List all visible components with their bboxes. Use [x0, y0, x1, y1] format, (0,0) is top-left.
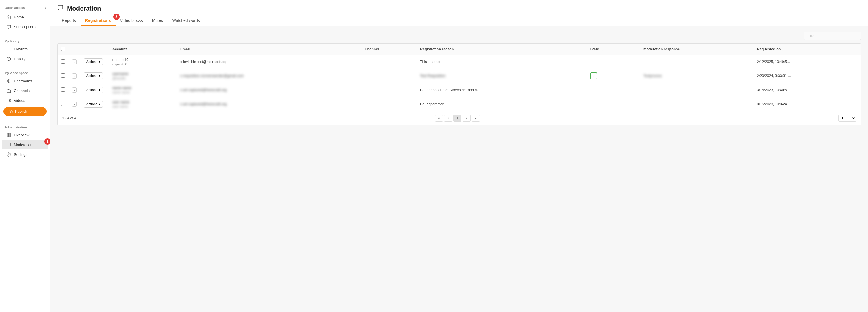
sidebar-item-moderation[interactable]: Moderation 1	[2, 140, 48, 149]
publish-button[interactable]: Publish	[3, 107, 46, 116]
row1-moderation-response	[640, 55, 753, 69]
row3-actions-cell: Actions ▾	[80, 83, 109, 97]
annotation-2: 2	[113, 13, 120, 20]
pagination-last-button[interactable]: »	[472, 115, 480, 122]
row2-account-handle: @handle	[113, 76, 174, 80]
sidebar-item-subscriptions[interactable]: Subscriptions	[2, 22, 48, 31]
tab-registrations[interactable]: Registrations 2	[81, 16, 115, 26]
row2-checkbox[interactable]	[61, 73, 65, 77]
th-email: Email	[177, 44, 362, 55]
sidebar-divider-1	[3, 34, 46, 34]
row4-account-name: user name	[113, 100, 174, 104]
sidebar-item-overview-label: Overview	[14, 133, 29, 137]
pagination-page-1-button[interactable]: 1	[454, 115, 461, 122]
sidebar-item-home-label: Home	[14, 15, 24, 19]
th-moderation-response: Moderation response	[640, 44, 753, 55]
row4-registration-reason: Pour spammer	[416, 97, 587, 111]
row3-state	[587, 83, 640, 97]
svg-rect-22	[9, 135, 10, 136]
row3-checkbox-cell	[58, 83, 69, 97]
row4-channel	[362, 97, 416, 111]
row2-state: ✓	[587, 69, 640, 83]
tab-mutes[interactable]: Mutes	[148, 16, 167, 26]
filter-input[interactable]	[804, 32, 861, 40]
th-requested-on[interactable]: Requested on ↓	[753, 44, 861, 55]
row4-actions-button[interactable]: Actions ▾	[84, 101, 103, 107]
pagination-prev-button[interactable]: ‹	[444, 115, 452, 122]
table-row: › Actions ▾ username @handle	[58, 69, 861, 83]
row3-account-info: name name name name	[113, 86, 174, 94]
quick-access-header: Quick access ‹	[0, 3, 50, 12]
tab-watched-words[interactable]: Watched words	[167, 16, 205, 26]
settings-icon	[6, 152, 11, 157]
row4-expand-cell: ›	[69, 97, 80, 111]
svg-point-10	[7, 80, 10, 82]
th-state[interactable]: State ↑↓	[587, 44, 640, 55]
row1-email: c-invisible-test@microsoft.org	[177, 55, 362, 69]
table-header: Account Email Channel Registration reaso…	[58, 44, 861, 55]
row3-account-handle: name name	[113, 91, 174, 94]
row4-requested-on: 3/15/2023, 10:34:4...	[753, 97, 861, 111]
publish-button-label: Publish	[15, 109, 27, 114]
row4-checkbox[interactable]	[61, 101, 65, 106]
th-account: Account	[109, 44, 177, 55]
tab-reports[interactable]: Reports	[57, 16, 81, 26]
quick-access-title: Quick access	[5, 6, 25, 9]
per-page-dropdown[interactable]: 10 25 50	[838, 115, 856, 122]
row3-registration-reason: Pour déposer mes vidéos de montri-	[416, 83, 587, 97]
svg-rect-21	[9, 133, 10, 134]
sidebar-item-overview[interactable]: Overview	[2, 130, 48, 139]
row4-actions-cell: Actions ▾	[80, 97, 109, 111]
moderation-icon	[6, 142, 11, 147]
overview-icon	[6, 132, 11, 137]
th-registration-reason: Registration reason	[416, 44, 587, 55]
collapse-sidebar-button[interactable]: ‹	[44, 5, 47, 10]
row3-requested-on: 3/15/2023, 10:40:5...	[753, 83, 861, 97]
sidebar-item-history-label: History	[14, 57, 25, 61]
row4-email-value: c-art-captured@herecraft.org	[180, 102, 226, 106]
tab-video-blocks[interactable]: Video blocks	[116, 16, 148, 26]
row2-actions-button[interactable]: Actions ▾	[84, 72, 103, 80]
sidebar-item-home[interactable]: Home	[2, 12, 48, 22]
sidebar-item-settings[interactable]: Settings	[2, 150, 48, 159]
sidebar-item-playlists-label: Playlists	[14, 47, 28, 51]
row1-requested-on: 2/12/2025, 10:49:5...	[753, 55, 861, 69]
row1-checkbox-cell	[58, 55, 69, 69]
row4-expand-button[interactable]: ›	[72, 101, 77, 107]
svg-rect-20	[7, 133, 8, 134]
row3-expand-button[interactable]: ›	[72, 87, 77, 93]
sidebar-item-chatrooms[interactable]: Chatrooms	[2, 76, 48, 85]
row2-checkbox-cell	[58, 69, 69, 83]
pagination-first-button[interactable]: «	[435, 115, 443, 122]
subscriptions-icon	[6, 25, 11, 29]
row1-registration-reason: This is a test	[416, 55, 587, 69]
row1-expand-button[interactable]: ›	[72, 59, 77, 64]
chatrooms-icon	[6, 79, 11, 83]
row3-actions-button[interactable]: Actions ▾	[84, 87, 103, 93]
row3-account-name: name name	[113, 86, 174, 90]
row2-registration-reason: Test Requisition	[416, 69, 587, 83]
pagination-next-button[interactable]: ›	[463, 115, 471, 122]
table: Account Email Channel Registration reaso…	[58, 44, 861, 111]
row1-checkbox[interactable]	[61, 59, 65, 64]
table-body: › Actions ▾ request10 request10	[58, 55, 861, 111]
pagination-info: 1 - 4 of 4	[62, 116, 76, 120]
sidebar-item-history[interactable]: History	[2, 54, 48, 63]
table-row: › Actions ▾ request10 request10	[58, 55, 861, 69]
row1-actions-button[interactable]: Actions ▾	[84, 58, 103, 65]
row2-expand-button[interactable]: ›	[72, 73, 77, 79]
sidebar-item-videos[interactable]: Videos	[2, 96, 48, 105]
row2-actions-cell: Actions ▾	[80, 69, 109, 83]
sidebar-item-chatrooms-label: Chatrooms	[14, 79, 32, 83]
row2-state-check: ✓	[590, 72, 597, 80]
sidebar-item-playlists[interactable]: Playlists	[2, 44, 48, 54]
select-all-checkbox[interactable]	[61, 46, 65, 51]
sidebar-item-channels[interactable]: Channels	[2, 86, 48, 95]
row3-checkbox[interactable]	[61, 87, 65, 92]
sidebar-item-subscriptions-label: Subscriptions	[14, 25, 36, 29]
content-area: Account Email Channel Registration reaso…	[50, 26, 868, 312]
row2-moderation-response: Testprocess	[640, 69, 753, 83]
svg-marker-17	[9, 99, 11, 101]
row2-account-name: username	[113, 72, 174, 76]
th-channel: Channel	[362, 44, 416, 55]
